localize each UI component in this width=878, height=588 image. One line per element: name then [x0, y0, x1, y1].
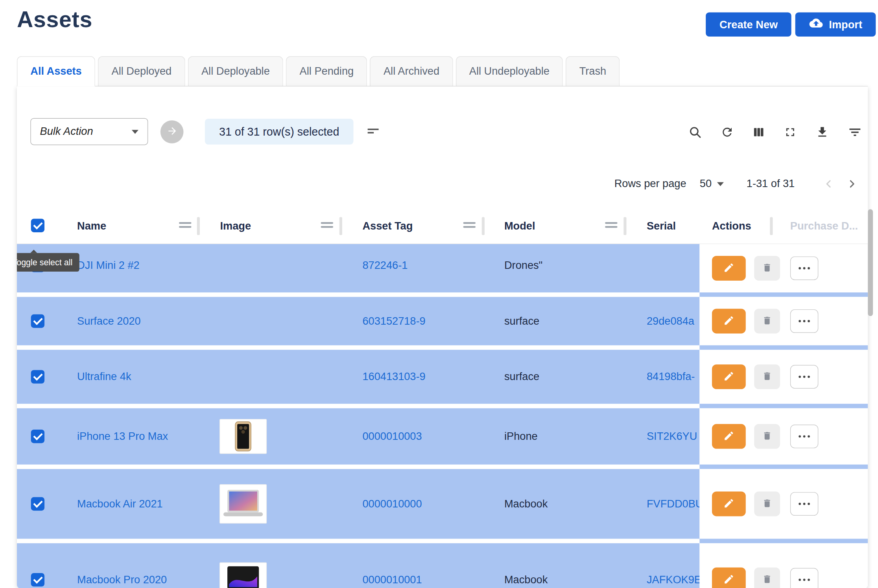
- row-checkbox[interactable]: [31, 370, 44, 383]
- tab-all-assets[interactable]: All Assets: [17, 56, 95, 86]
- column-header-asset-tag: Asset Tag: [362, 208, 413, 243]
- pagination-bar: Rows per page 50 1-31 of 31: [614, 174, 860, 194]
- search-icon[interactable]: [688, 125, 702, 139]
- asset-name-link[interactable]: DJI Mini 2 #2: [77, 259, 140, 271]
- macbook-air-image: [222, 489, 264, 519]
- column-drag-handle[interactable]: [321, 222, 333, 230]
- edit-button[interactable]: [712, 309, 746, 333]
- column-drag-handle[interactable]: [463, 222, 476, 230]
- asset-serial-link[interactable]: 29de084a: [647, 315, 699, 327]
- delete-button[interactable]: [754, 424, 780, 449]
- table-tools: [688, 125, 862, 140]
- pencil-icon: [723, 370, 735, 383]
- delete-button[interactable]: [754, 309, 780, 333]
- asset-tag-link[interactable]: 603152718-9: [362, 315, 425, 327]
- column-resize-handle[interactable]: [623, 217, 626, 235]
- asset-image-thumbnail[interactable]: [220, 419, 267, 454]
- tab-all-deployed[interactable]: All Deployed: [98, 56, 185, 86]
- create-new-button[interactable]: Create New: [706, 12, 791, 37]
- column-header-image: Image: [220, 208, 251, 243]
- column-drag-handle[interactable]: [605, 222, 617, 230]
- tab-all-archived[interactable]: All Archived: [370, 56, 453, 86]
- row-checkbox[interactable]: [31, 314, 44, 328]
- asset-name-link[interactable]: Macbook Pro 2020: [77, 573, 167, 586]
- asset-name-link[interactable]: Surface 2020: [77, 315, 141, 327]
- tab-all-undeployable[interactable]: All Undeployable: [456, 56, 563, 86]
- pagination-range: 1-31 of 31: [747, 178, 795, 190]
- column-resize-handle[interactable]: [339, 217, 342, 235]
- toggle-select-all-tooltip: Toggle select all: [17, 253, 79, 272]
- tab-trash[interactable]: Trash: [566, 56, 620, 86]
- bulk-action-select[interactable]: Bulk Action: [30, 118, 148, 145]
- edit-button[interactable]: [712, 568, 746, 588]
- row-gap: [699, 539, 868, 543]
- pencil-icon: [723, 262, 735, 275]
- asset-image-thumbnail[interactable]: [220, 484, 267, 524]
- assets-table-card: Bulk Action 31 of 31 row(s) selected Row…: [17, 86, 868, 588]
- asset-serial-link[interactable]: 84198bfa-: [647, 371, 699, 383]
- row-gap: [699, 292, 868, 297]
- asset-image-thumbnail[interactable]: [220, 562, 267, 588]
- row-checkbox[interactable]: [31, 430, 44, 443]
- delete-button[interactable]: [754, 568, 780, 588]
- select-all-checkbox[interactable]: [31, 219, 44, 232]
- asset-name-link[interactable]: Ultrafine 4k: [77, 371, 131, 383]
- edit-button[interactable]: [712, 364, 746, 389]
- row-actions-panel: [699, 408, 868, 465]
- pencil-icon: [723, 498, 735, 511]
- edit-button[interactable]: [712, 491, 746, 516]
- import-button[interactable]: Import: [795, 12, 876, 37]
- trash-icon: [762, 315, 772, 328]
- assets-page: Assets Create New Import All Assets All …: [0, 0, 878, 588]
- asset-serial-link[interactable]: SIT2K6YU: [647, 430, 699, 443]
- row-actions-panel: [699, 297, 868, 345]
- download-icon[interactable]: [815, 125, 829, 139]
- vertical-scrollbar[interactable]: [868, 209, 873, 316]
- delete-button[interactable]: [754, 491, 780, 516]
- asset-name-link[interactable]: Macbook Air 2021: [77, 498, 163, 510]
- delete-button[interactable]: [754, 256, 780, 281]
- more-actions-button[interactable]: [790, 256, 819, 280]
- more-actions-button[interactable]: [790, 568, 819, 588]
- asset-name-link[interactable]: iPhone 13 Pro Max: [77, 430, 168, 443]
- edit-button[interactable]: [712, 424, 746, 449]
- column-resize-handle[interactable]: [770, 217, 773, 235]
- edit-button[interactable]: [712, 256, 746, 281]
- fullscreen-icon[interactable]: [784, 125, 797, 139]
- more-actions-button[interactable]: [790, 424, 819, 448]
- more-actions-button[interactable]: [790, 492, 819, 516]
- more-actions-button[interactable]: [790, 309, 819, 333]
- next-page-button[interactable]: [844, 176, 860, 192]
- more-actions-button[interactable]: [790, 365, 819, 389]
- row-actions-panel: [699, 244, 868, 292]
- asset-serial-link[interactable]: JAFKOK9E: [647, 573, 699, 586]
- previous-page-button[interactable]: [821, 176, 836, 192]
- filter-icon[interactable]: [848, 125, 862, 140]
- iphone-image: [235, 421, 252, 452]
- column-drag-handle[interactable]: [179, 222, 191, 230]
- asset-tag-link[interactable]: 0000010003: [362, 430, 422, 443]
- asset-model-text: surface: [504, 371, 539, 383]
- asset-tag-link[interactable]: 0000010001: [362, 573, 422, 586]
- asset-model-text: Drones": [504, 259, 542, 271]
- row-checkbox[interactable]: [31, 497, 44, 511]
- column-resize-handle[interactable]: [197, 217, 200, 235]
- row-checkbox[interactable]: [31, 573, 44, 586]
- asset-tag-link[interactable]: 0000010000: [362, 498, 422, 510]
- table-row: Macbook Pro 2020 0000010001 Macbook JAFK…: [17, 543, 868, 588]
- columns-icon[interactable]: [753, 126, 765, 138]
- asset-serial-link[interactable]: FVFDD0BU: [647, 498, 699, 510]
- asset-tag-link[interactable]: 160413103-9: [362, 371, 425, 383]
- delete-button[interactable]: [754, 364, 780, 389]
- row-gap: [699, 404, 868, 408]
- trash-icon: [762, 573, 772, 586]
- rows-per-page-select[interactable]: 50: [700, 178, 724, 190]
- column-resize-handle[interactable]: [482, 217, 485, 235]
- asset-tag-link[interactable]: 872246-1: [362, 259, 408, 271]
- bulk-action-go-button[interactable]: [160, 120, 184, 143]
- bulk-action-placeholder: Bulk Action: [40, 125, 93, 138]
- tab-all-deployable[interactable]: All Deployable: [188, 56, 283, 86]
- sort-icon[interactable]: [366, 124, 380, 140]
- tab-all-pending[interactable]: All Pending: [286, 56, 367, 86]
- refresh-icon[interactable]: [720, 125, 734, 139]
